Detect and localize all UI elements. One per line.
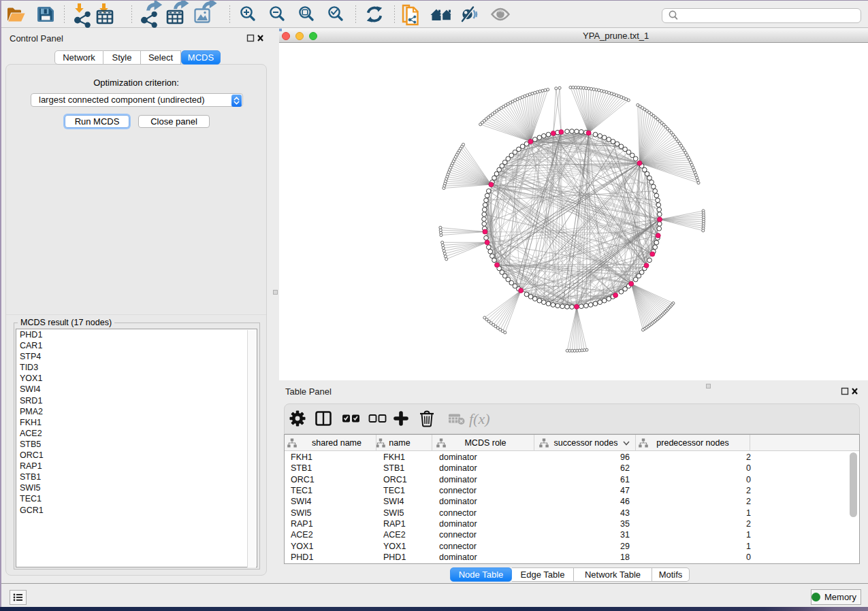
svg-text:f(x): f(x) (469, 410, 490, 427)
